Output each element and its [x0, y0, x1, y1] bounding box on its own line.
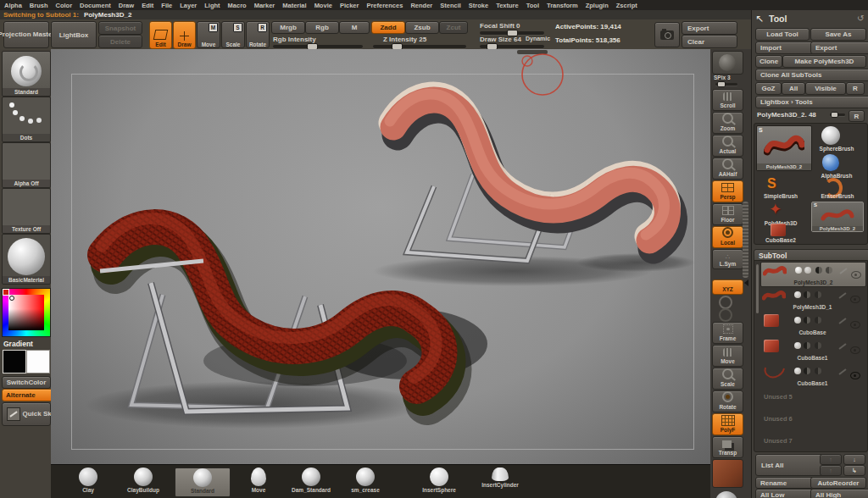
lightbox-button[interactable]: LightBox: [51, 21, 97, 48]
brush-claybuildup[interactable]: ClayBuildup: [119, 468, 168, 495]
menu-texture[interactable]: Texture: [496, 2, 519, 9]
paint-toggle-icon[interactable]: [838, 343, 846, 350]
eye-toggle-icon[interactable]: [850, 296, 860, 303]
menu-zscript[interactable]: Zscript: [616, 2, 637, 9]
menu-marker[interactable]: Marker: [254, 2, 275, 9]
save-as-button[interactable]: Save As: [810, 28, 866, 41]
move-mode-button[interactable]: M Move: [197, 21, 220, 48]
brush-sm-crease[interactable]: sm_crease: [341, 468, 390, 495]
polypaint-toggle-icon[interactable]: [815, 291, 821, 298]
menu-movie[interactable]: Movie: [314, 2, 332, 9]
sym-z-icon[interactable]: [719, 308, 732, 322]
current-material-thumbnail[interactable]: BasicMaterial: [2, 234, 51, 285]
quick-sketch-button[interactable]: Quick Sketch: [2, 402, 51, 426]
brush-standard-selected[interactable]: Standard: [175, 468, 231, 497]
paint-toggle-icon[interactable]: [838, 318, 846, 324]
visibility-toggle2-icon[interactable]: [804, 317, 810, 324]
brush-clay[interactable]: Clay: [64, 468, 113, 495]
color-picker[interactable]: [2, 288, 51, 337]
z-intensity-slider[interactable]: [373, 45, 466, 48]
polypaint-toggle-icon[interactable]: [815, 368, 821, 374]
rename-button[interactable]: Rename: [755, 477, 814, 489]
current-stroke-thumbnail[interactable]: Dots: [2, 97, 51, 142]
menu-stencil[interactable]: Stencil: [440, 2, 461, 9]
canvas-3d-viewport[interactable]: [51, 49, 710, 464]
clone-button[interactable]: Clone: [755, 55, 782, 68]
sym-y-icon[interactable]: [719, 296, 732, 309]
actual-button[interactable]: Actual: [712, 135, 743, 157]
scale-mode-button[interactable]: S Scale: [221, 21, 245, 48]
subtool-row-polymesh3d-2[interactable]: PolyMesh3D_2: [760, 262, 866, 287]
eye-toggle-icon[interactable]: [851, 271, 861, 279]
local-button[interactable]: Local: [712, 226, 743, 248]
subtool-row-polymesh3d-1[interactable]: PolyMesh3D_1: [760, 287, 865, 311]
all-low-button[interactable]: All Low: [755, 489, 814, 498]
current-alpha-thumbnail[interactable]: Alpha Off: [2, 142, 51, 188]
edit-mode-button[interactable]: Edit: [149, 21, 172, 49]
spherebrush-icon[interactable]: [821, 126, 840, 145]
aahalf-button[interactable]: AAHalf: [712, 158, 743, 180]
alphabrush-icon[interactable]: [822, 154, 839, 171]
all-high-button[interactable]: All High: [810, 489, 868, 498]
visibility-toggle2-icon[interactable]: [804, 342, 810, 349]
rotate-mode-button[interactable]: R Rotate: [246, 21, 270, 48]
item-info-r-button[interactable]: R: [849, 110, 865, 122]
export-button[interactable]: Export: [682, 21, 737, 35]
visibility-toggle2-icon[interactable]: [804, 291, 810, 298]
frame-button[interactable]: Frame: [712, 322, 743, 344]
menu-tool[interactable]: Tool: [526, 2, 539, 9]
brush-insertsphere[interactable]: InsertSphere: [411, 468, 467, 495]
menu-color[interactable]: Color: [56, 2, 73, 9]
delete-button[interactable]: Delete: [98, 35, 142, 48]
strip-scroll-arrow[interactable]: [744, 279, 748, 286]
secondary-color-swatch[interactable]: [26, 350, 50, 374]
menu-stroke[interactable]: Stroke: [469, 2, 488, 9]
scroll-button[interactable]: Scroll: [712, 89, 743, 111]
material-mini-thumbnail[interactable]: [712, 51, 743, 75]
lightbox-tools-button[interactable]: Lightbox › Tools: [755, 96, 868, 108]
visibility-toggle2-icon[interactable]: [804, 267, 811, 274]
item-info-slider[interactable]: [830, 113, 845, 116]
main-color-swatch[interactable]: [3, 350, 26, 374]
brush-dam-standard[interactable]: Dam_Standard: [287, 468, 336, 495]
visibility-toggle-icon[interactable]: [794, 317, 801, 324]
zoom-button[interactable]: Zoom: [712, 112, 743, 134]
menu-brush[interactable]: Brush: [30, 2, 48, 9]
spix-slider[interactable]: [715, 83, 737, 86]
uv-toggle-icon[interactable]: [826, 267, 832, 274]
polyframe-button[interactable]: PolyF: [712, 413, 743, 435]
palette-collapse-icon[interactable]: ↖: [755, 13, 764, 25]
goz-r-button[interactable]: R: [846, 82, 865, 95]
menu-render[interactable]: Render: [410, 2, 432, 9]
current-texture-thumbnail[interactable]: Texture Off: [2, 188, 51, 234]
draw-mode-button[interactable]: Draw: [173, 21, 196, 49]
eye-toggle-icon[interactable]: [850, 321, 860, 329]
zadd-button[interactable]: Zadd: [371, 21, 405, 34]
menu-light[interactable]: Light: [204, 2, 220, 9]
snapshot-button[interactable]: Snapshot: [98, 21, 142, 35]
visibility-toggle-icon[interactable]: [795, 267, 802, 274]
goz-all-button[interactable]: All: [782, 82, 805, 95]
paint-toggle-icon[interactable]: [838, 368, 846, 375]
polypaint-toggle-icon[interactable]: [815, 342, 821, 349]
goz-visible-button[interactable]: Visible: [805, 82, 846, 95]
cubobase2-icon[interactable]: [771, 224, 786, 236]
zcut-button[interactable]: Zcut: [439, 21, 468, 34]
rotate-3d-button[interactable]: Rotate: [712, 390, 743, 412]
menu-draw[interactable]: Draw: [119, 2, 134, 9]
zsub-button[interactable]: Zsub: [405, 21, 439, 34]
subtool-row-cubobase[interactable]: CuboBase: [760, 313, 865, 336]
menu-transform[interactable]: Transform: [547, 2, 578, 9]
polypaint-toggle-icon[interactable]: [815, 267, 822, 274]
switch-color-button[interactable]: SwitchColor: [2, 376, 51, 389]
move-3d-button[interactable]: Move: [712, 345, 743, 367]
polypaint-toggle-icon[interactable]: [815, 317, 821, 324]
goz-button[interactable]: GoZ: [755, 82, 782, 95]
visibility-toggle2-icon[interactable]: [804, 368, 810, 374]
menu-file[interactable]: File: [161, 2, 172, 9]
mrgb-button[interactable]: Mrgb: [271, 21, 305, 34]
autoreorder-button[interactable]: AutoReorder: [810, 477, 866, 489]
projection-master-button[interactable]: Projection Master: [3, 21, 49, 48]
import-button[interactable]: Import: [755, 42, 814, 54]
eye-toggle-icon[interactable]: [850, 346, 860, 354]
